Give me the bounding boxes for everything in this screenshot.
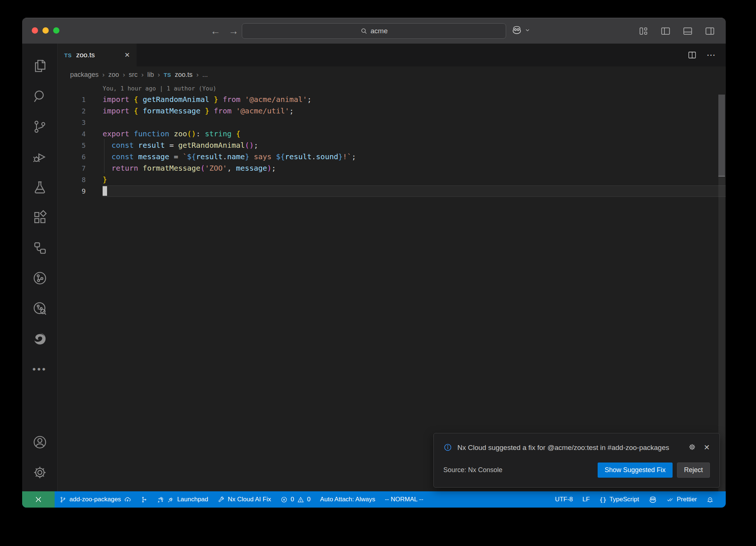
notification-source: Source: Nx Console (443, 466, 502, 474)
encoding-status[interactable]: UTF-8 (550, 491, 578, 508)
remote-icon (34, 495, 42, 504)
breadcrumb-item[interactable]: packages (70, 71, 99, 79)
line-number: 5 (58, 140, 103, 151)
sidebar-item-nx-project-graph[interactable] (29, 293, 51, 324)
breadcrumb-item[interactable]: src (129, 71, 138, 79)
chevron-right-icon: › (158, 71, 160, 79)
warning-icon (297, 496, 304, 503)
chevron-right-icon: › (141, 71, 144, 79)
search-value: acme (371, 27, 388, 35)
chevron-right-icon: › (102, 71, 104, 79)
breadcrumb-more[interactable]: ... (202, 71, 208, 79)
accounts-button[interactable] (29, 427, 51, 457)
toggle-secondary-sidebar-icon[interactable] (704, 25, 715, 37)
customize-layout-icon[interactable] (638, 25, 649, 37)
close-tab-icon[interactable]: ✕ (124, 51, 130, 59)
sidebar-item-run-debug[interactable] (29, 142, 51, 172)
eol-status[interactable]: LF (578, 491, 595, 508)
account-icon (32, 434, 48, 450)
launchpad-status[interactable]: Launchpad (152, 491, 213, 508)
circle-branch-icon (32, 270, 48, 286)
scrollbar-thumb[interactable] (718, 95, 725, 177)
copilot-menu-button[interactable] (511, 24, 530, 35)
sidebar-item-nx-cloud[interactable] (29, 263, 51, 293)
sidebar-item-source-control[interactable] (29, 112, 51, 142)
tab-zoo-ts[interactable]: TS zoo.ts ✕ (58, 44, 137, 66)
code-line-text: export function zoo(): string { (103, 128, 240, 140)
settings-button[interactable] (29, 457, 51, 488)
source-control-icon (32, 119, 48, 135)
line-number: 8 (58, 174, 103, 185)
vim-mode-status[interactable]: -- NORMAL -- (380, 491, 428, 508)
code-line-text: import { formatMessage } from '@acme/uti… (103, 105, 294, 117)
text-cursor (103, 186, 107, 196)
typescript-file-icon: TS (164, 72, 171, 78)
launchpad-label: Launchpad (177, 496, 208, 503)
sidebar-item-explorer[interactable] (29, 51, 51, 81)
status-bar: add-zoo-packages Launchpad Nx Cloud AI F… (22, 491, 726, 508)
close-window-button[interactable] (32, 27, 38, 34)
beaker-icon (32, 179, 48, 195)
line-number: 2 (58, 105, 103, 117)
auto-attach-status[interactable]: Auto Attach: Always (315, 491, 380, 508)
sidebar-item-extensions[interactable] (29, 202, 51, 233)
notification-message: Nx Cloud suggested a fix for @acme/zoo:t… (457, 442, 683, 453)
notification-toast: Nx Cloud suggested a fix for @acme/zoo:t… (433, 433, 720, 488)
show-suggested-fix-button[interactable]: Show Suggested Fix (598, 463, 673, 478)
more-actions-icon[interactable]: ⋯ (707, 50, 716, 60)
language-status[interactable]: {} TypeScript (595, 491, 644, 508)
plug-icon (167, 496, 174, 503)
remote-indicator[interactable] (22, 491, 55, 508)
extensions-icon (32, 209, 48, 226)
notification-close-icon[interactable]: ✕ (704, 443, 710, 452)
bell-icon (707, 496, 714, 503)
vscode-window: ← → acme (22, 18, 726, 508)
line-number: 7 (58, 163, 103, 174)
prettier-status[interactable]: Prettier (662, 491, 702, 508)
notification-settings-gear-icon[interactable] (688, 443, 696, 451)
copilot-status[interactable] (644, 491, 662, 508)
chevron-right-icon: › (196, 71, 199, 79)
forward-button[interactable]: → (228, 25, 238, 37)
sidebar-item-edge-tools[interactable] (29, 324, 51, 354)
back-button[interactable]: ← (210, 25, 220, 37)
code-line-text (103, 185, 107, 197)
search-icon (32, 88, 48, 105)
files-icon (32, 58, 48, 74)
chevron-down-icon (525, 27, 530, 33)
chevron-right-icon: › (123, 71, 125, 79)
traffic-lights (32, 27, 59, 34)
code-line-text: const result = getRandomAnimal(); (103, 140, 258, 151)
nx-targets-icon (141, 496, 148, 503)
minimize-window-button[interactable] (42, 27, 49, 34)
command-center-search[interactable]: acme (242, 23, 506, 39)
zoom-window-button[interactable] (53, 27, 59, 34)
problems-status[interactable]: 0 0 (276, 491, 315, 508)
search-icon (360, 27, 368, 35)
circle-branch-search-icon (32, 300, 48, 317)
sidebar-item-nx-console[interactable] (29, 233, 51, 263)
git-blame-annotation: You, 1 hour ago | 1 author (You) (103, 83, 726, 94)
git-branch-status[interactable]: add-zoo-packages (55, 491, 136, 508)
split-editor-icon[interactable] (687, 50, 697, 60)
warning-count: 0 (307, 496, 310, 503)
breadcrumb-item[interactable]: lib (147, 71, 154, 79)
sidebar-item-additional-views[interactable]: ••• (29, 354, 51, 384)
activity-bar: ••• (22, 44, 58, 491)
code-line-text: const message = `${result.name} says ${r… (103, 151, 356, 163)
toggle-panel-icon[interactable] (682, 25, 693, 37)
nx-cloud-ai-fix-status[interactable]: Nx Cloud AI Fix (213, 491, 276, 508)
braces-icon: {} (599, 496, 606, 503)
cloud-upload-icon (124, 496, 131, 503)
toggle-primary-sidebar-icon[interactable] (660, 25, 671, 37)
breadcrumb-file[interactable]: zoo.ts (175, 71, 193, 79)
reject-button[interactable]: Reject (677, 463, 710, 478)
code-line: 4export function zoo(): string { (58, 128, 726, 140)
breadcrumb-item[interactable]: zoo (108, 71, 119, 79)
code-line: 7 return formatMessage('ZOO', message); (58, 163, 726, 174)
nx-targets-status[interactable] (136, 491, 152, 508)
notifications-bell[interactable] (702, 491, 718, 508)
sidebar-item-testing[interactable] (29, 172, 51, 202)
code-editor[interactable]: You, 1 hour ago | 1 author (You) 1import… (58, 83, 726, 491)
sidebar-item-search[interactable] (29, 81, 51, 112)
